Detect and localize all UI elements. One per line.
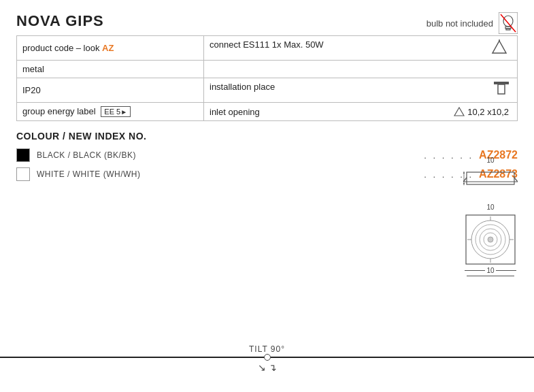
bottom-dim-label: 10	[486, 267, 494, 274]
black-label: BLACK / BLACK (BK/BK)	[37, 150, 418, 160]
colour-row-white: WHITE / WHITE (WH/WH) . . . . . . AZ2873	[16, 167, 518, 181]
energy-arrow-icon: ►	[120, 108, 127, 116]
spec-row-3: IP20 installation place	[17, 78, 518, 103]
svg-rect-3	[506, 29, 510, 30]
tilt-label: TILT 90°	[0, 344, 534, 354]
front-dim-label: 10	[486, 203, 494, 211]
svg-marker-5	[493, 41, 506, 53]
diagram-front-row: 10	[463, 203, 518, 276]
product-code-label: product code – look	[22, 43, 102, 53]
svg-point-22	[488, 237, 493, 242]
spec-row-1: product code – look AZ connect ES111 1x …	[17, 36, 518, 61]
inlet-opening: inlet opening	[210, 107, 260, 117]
triangle-icon	[454, 107, 465, 116]
arrow-down-right: ↴	[269, 362, 277, 373]
diagram-side-row: 10	[463, 157, 518, 191]
tilt-section: TILT 90° ↘ ↴	[0, 344, 534, 392]
connect-spec: connect ES111 1x Max. 50W	[210, 39, 324, 50]
spec-col1-4: group energy label EE 5 ►	[17, 103, 204, 121]
installation-place: installation place	[210, 82, 275, 92]
spec-col2-4: inlet opening 10,2 x10,2	[204, 103, 518, 121]
energy-label-text: group energy label	[22, 106, 98, 116]
spec-col2-2	[204, 61, 518, 78]
svg-rect-10	[467, 172, 514, 184]
spec-col1-2: metal	[17, 61, 204, 78]
spec-col2-1: connect ES111 1x Max. 50W	[204, 36, 518, 61]
side-view-svg	[463, 165, 518, 191]
page: NOVA GIPS bulb not included product code…	[0, 0, 534, 392]
product-code-highlight: AZ	[102, 43, 114, 53]
spec-row-2: metal	[17, 61, 518, 78]
svg-marker-16	[463, 183, 465, 186]
material-label: metal	[22, 64, 44, 74]
bulb-row: bulb not included	[427, 12, 518, 34]
diagrams-area: 10 10	[463, 157, 518, 276]
tilt-pivot	[264, 354, 271, 361]
front-view-svg	[463, 212, 518, 267]
svg-rect-8	[498, 84, 505, 94]
colour-title: COLOUR / NEW INDEX NO.	[16, 131, 518, 142]
svg-point-1	[503, 16, 513, 27]
bulb-label: bulb not included	[427, 18, 493, 29]
spec-col1-3: IP20	[17, 78, 204, 103]
spec-col2-3: installation place	[204, 78, 518, 103]
tilt-arrows: ↘ ↴	[258, 362, 277, 373]
colour-row-black: BLACK / BLACK (BK/BK) . . . . . . AZ2872	[16, 148, 518, 162]
spec-col1-1: product code – look AZ	[17, 36, 204, 61]
svg-line-12	[514, 178, 518, 182]
colour-section: COLOUR / NEW INDEX NO. BLACK / BLACK (BK…	[16, 131, 518, 181]
energy-badge: EE 5 ►	[101, 106, 131, 117]
side-dim-label: 10	[486, 157, 494, 164]
specs-table: product code – look AZ connect ES111 1x …	[16, 35, 518, 121]
svg-line-4	[501, 14, 516, 32]
inlet-dim: 10,2 x10,2	[454, 107, 509, 117]
arrow-down-left: ↘	[258, 362, 266, 373]
ip-rating: IP20	[22, 85, 41, 95]
lamp-icon	[490, 39, 509, 56]
inlet-dimension: 10,2 x10,2	[467, 107, 509, 117]
svg-marker-9	[454, 108, 464, 116]
ceiling-icon	[494, 82, 509, 99]
tilt-line: ↘ ↴	[0, 357, 534, 358]
svg-marker-15	[463, 171, 465, 174]
no-bulb-icon	[499, 12, 518, 34]
energy-value: EE 5	[104, 108, 120, 116]
white-swatch	[16, 167, 30, 181]
white-label: WHITE / WHITE (WH/WH)	[37, 169, 418, 179]
spec-row-4: group energy label EE 5 ► inlet opening …	[17, 103, 518, 121]
black-swatch	[16, 148, 30, 162]
